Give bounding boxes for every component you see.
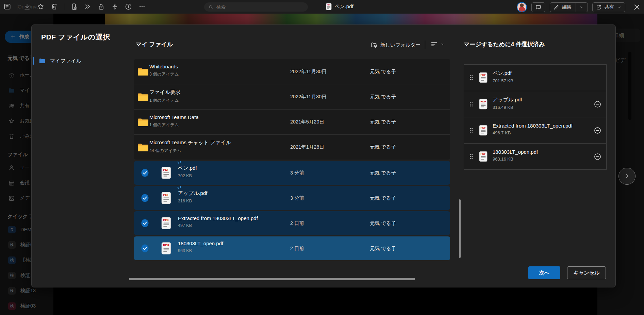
folder-icon (38, 57, 46, 65)
row-owner: 元気 でる子 (370, 59, 396, 84)
toolbar-divider (64, 3, 64, 10)
search-icon (208, 4, 213, 10)
row-text: ファイル要求1 個のアイテム (149, 89, 180, 103)
selected-checkmark-icon[interactable] (141, 194, 149, 202)
dialog-title: PDF ファイルの選択 (41, 32, 110, 42)
selected-file-row: PDFExtracted from 180303LT_open.pdf496.7… (464, 117, 606, 143)
row-date: 2021年1月28日 (290, 135, 324, 160)
pdf-file-icon: PDF (479, 99, 488, 110)
document-outline-icon[interactable] (3, 3, 11, 11)
row-date: 2022年11月30日 (290, 84, 327, 109)
remove-file-icon[interactable] (594, 153, 601, 161)
share-label: 共有 (605, 4, 614, 10)
cancel-button[interactable]: キャンセル (567, 266, 606, 279)
folder-row[interactable]: ファイル要求1 個のアイテム2022年11月30日元気 でる子 (134, 84, 450, 109)
row-meta: 1 個のアイテム (149, 122, 199, 128)
folder-icon (137, 66, 149, 77)
chevron-down-icon[interactable] (579, 5, 584, 10)
selected-file-size: 496.7 KB (493, 130, 573, 135)
folder-row[interactable]: Microsoft Teams チャット ファイル44 個のアイテム2021年1… (134, 134, 450, 160)
file-row[interactable]: PDFExtracted from 180303LT_open.pdf497 K… (134, 211, 450, 235)
download-icon[interactable] (23, 3, 31, 11)
list-horizontal-scrollbar[interactable] (129, 278, 415, 280)
chevron-down-icon (440, 42, 445, 47)
row-owner: 元気 でる子 (370, 211, 396, 235)
chevron-right-icon (624, 173, 630, 180)
row-meta: 702 KB (178, 173, 197, 178)
folder-icon (137, 142, 149, 152)
sort-view-button[interactable] (430, 40, 445, 48)
selected-file-size: 963.16 KB (493, 156, 538, 162)
double-chevron-icon[interactable] (84, 3, 92, 11)
row-text: 180303LT_open.pdf963.16 KB (493, 149, 538, 162)
svg-text:PDF: PDF (163, 168, 169, 171)
selected-checkmark-icon[interactable] (141, 219, 149, 228)
delete-trash-icon[interactable] (50, 3, 58, 11)
folder-icon (137, 117, 149, 127)
more-ellipsis-icon[interactable] (138, 3, 146, 11)
pencil-icon (554, 4, 559, 10)
send-to-device-icon[interactable] (70, 3, 78, 11)
file-row[interactable]: PDFペン.pdf702 KB3 分前元気 でる子 (134, 161, 450, 185)
document-title: PDF ペン.pdf (326, 3, 353, 10)
row-text: Whiteboards3 個のアイテム (149, 64, 179, 77)
row-date: 2 日前 (290, 236, 304, 260)
row-name: アップル.pdf (178, 190, 207, 197)
lock-icon[interactable] (97, 3, 105, 11)
nav-item-label: マイファイル (50, 58, 81, 64)
row-text: 180303LT_open.pdf963 KB (178, 241, 223, 253)
row-meta: 497 KB (178, 223, 258, 228)
list-vertical-scrollbar[interactable] (459, 199, 461, 258)
pdf-file-icon: PDF (161, 166, 171, 179)
folder-row[interactable]: Whiteboards3 個のアイテム2022年11月30日元気 でる子 (134, 59, 450, 84)
row-date: 2021年5月20日 (290, 110, 324, 134)
selected-indicator (33, 57, 34, 65)
row-text: Extracted from 180303LT_open.pdf497 KB (178, 215, 258, 228)
svg-text:PDF: PDF (481, 73, 486, 77)
close-icon[interactable] (632, 3, 641, 12)
folder-rows-group: Whiteboards3 個のアイテム2022年11月30日元気 でる子ファイル… (134, 59, 450, 160)
remove-file-icon[interactable] (594, 100, 601, 108)
drag-handle-icon[interactable] (467, 152, 475, 161)
new-folder-button[interactable]: 新しいフォルダー (370, 40, 420, 50)
next-page-button[interactable] (618, 168, 635, 185)
file-row[interactable]: PDF180303LT_open.pdf963 KB2 日前元気 でる子 (134, 236, 450, 260)
row-meta: 963 KB (178, 248, 223, 253)
document-title-text: ペン.pdf (334, 3, 353, 10)
selected-file-name: Extracted from 180303LT_open.pdf (493, 123, 573, 129)
row-owner: 元気 でる子 (370, 84, 396, 109)
selection-list: PDFペン.pdf701.57 KBPDFアップル.pdf316.49 KBPD… (464, 64, 607, 170)
info-icon[interactable] (125, 3, 132, 11)
new-item-icon (177, 161, 182, 166)
drag-handle-icon[interactable] (467, 73, 475, 82)
file-row[interactable]: PDFアップル.pdf316 KB3 分前元気 でる子 (134, 186, 450, 210)
button-divider (576, 3, 576, 12)
row-text: Microsoft Teams Data1 個のアイテム (149, 114, 199, 128)
drag-handle-icon[interactable] (467, 126, 475, 134)
row-owner: 元気 でる子 (370, 135, 396, 160)
drag-handle-icon[interactable] (467, 100, 475, 108)
svg-text:PDF: PDF (481, 152, 486, 155)
selected-file-row: PDFペン.pdf701.57 KB (464, 65, 606, 91)
favorite-star-icon[interactable] (37, 3, 45, 11)
new-item-icon (177, 186, 182, 191)
selected-file-name: アップル.pdf (493, 97, 522, 103)
search-box[interactable]: 検索 (204, 2, 308, 12)
avatar[interactable] (517, 2, 527, 12)
fit-to-page-icon[interactable] (111, 3, 119, 11)
selected-checkmark-icon[interactable] (141, 168, 149, 177)
next-button[interactable]: 次へ (528, 266, 560, 279)
row-date: 3 分前 (290, 186, 304, 210)
selected-file-name: 180303LT_open.pdf (493, 149, 538, 155)
edit-split-button[interactable]: 編集 (550, 2, 588, 12)
remove-file-icon[interactable] (594, 127, 601, 134)
share-button[interactable]: 共有 (592, 2, 625, 12)
row-name: Extracted from 180303LT_open.pdf (178, 215, 258, 221)
folder-plus-icon (370, 42, 377, 48)
selection-title: マージするために4 件選択済み (464, 40, 545, 48)
svg-text:PDF: PDF (481, 126, 486, 129)
selected-checkmark-icon[interactable] (141, 244, 149, 253)
comments-button[interactable] (531, 2, 545, 12)
folder-row[interactable]: Microsoft Teams Data1 個のアイテム2021年5月20日元気… (134, 109, 450, 134)
nav-item-my-files[interactable]: マイファイル (33, 55, 128, 67)
